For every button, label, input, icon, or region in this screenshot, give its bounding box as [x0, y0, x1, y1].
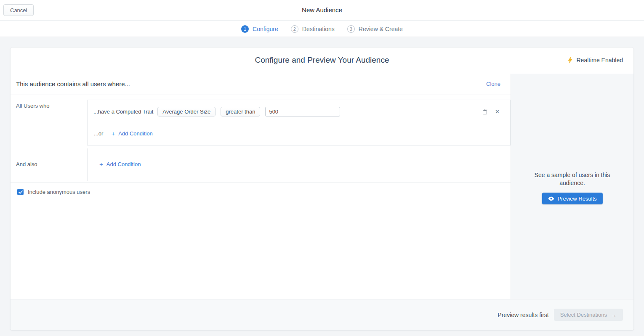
realtime-badge: Realtime Enabled	[567, 48, 623, 73]
step-1-circle: 1	[241, 25, 249, 33]
add-condition-link-secondary[interactable]: + Add Condition	[99, 161, 141, 167]
close-icon[interactable]: ✕	[495, 109, 500, 114]
realtime-label: Realtime Enabled	[576, 57, 623, 63]
include-anonymous-checkbox[interactable]	[17, 189, 24, 195]
where-heading: This audience contains all users where..…	[16, 74, 130, 95]
plus-icon: +	[99, 161, 103, 167]
arrow-right-icon: →	[611, 312, 617, 318]
plus-icon: +	[111, 130, 115, 137]
where-row: This audience contains all users where..…	[11, 74, 511, 95]
copy-icon[interactable]	[483, 109, 488, 114]
card-header: Configure and Preview Your Audience Real…	[11, 48, 633, 73]
select-destinations-button[interactable]: Select Destinations →	[554, 309, 623, 321]
stepper: 1 Configure 2 Destinations 3 Review & Cr…	[0, 21, 644, 37]
add-condition-link[interactable]: + Add Condition	[111, 130, 152, 137]
step-2-label: Destinations	[302, 26, 335, 32]
audience-card: Configure and Preview Your Audience Real…	[10, 47, 634, 331]
step-configure[interactable]: 1 Configure	[241, 25, 278, 33]
card-footer: Preview results first Select Destination…	[11, 299, 633, 330]
checkmark-icon	[19, 190, 23, 194]
preview-panel: See a sample of users in this audience. …	[511, 74, 633, 299]
step-3-label: Review & Create	[359, 26, 403, 32]
condition-group: ...have a Computed Trait Average Order S…	[87, 100, 511, 146]
lightning-icon	[567, 57, 573, 63]
step-2-circle: 2	[291, 25, 298, 33]
card-title: Configure and Preview Your Audience	[11, 48, 633, 73]
page-title: New Audience	[0, 0, 644, 20]
condition-builder: This audience contains all users where..…	[11, 74, 511, 299]
builder-divider	[11, 183, 511, 183]
operator-select-button[interactable]: greater than	[221, 107, 260, 116]
include-anonymous-label: Include anonymous users	[28, 189, 90, 195]
step-review-create[interactable]: 3 Review & Create	[347, 25, 403, 33]
condition-group-secondary: + Add Condition	[87, 148, 511, 181]
new-audience-page: Cancel New Audience 1 Configure 2 Destin…	[0, 0, 644, 336]
step-3-circle: 3	[347, 25, 355, 33]
clone-link[interactable]: Clone	[486, 74, 500, 95]
trait-select-button[interactable]: Average Order Size	[157, 107, 216, 116]
condition-row: ...have a Computed Trait Average Order S…	[93, 107, 340, 116]
include-anonymous-row: Include anonymous users	[17, 189, 90, 195]
step-destinations[interactable]: 2 Destinations	[291, 25, 335, 33]
or-row: ...or + Add Condition	[94, 130, 153, 137]
sample-message: See a sample of users in this audience.	[511, 171, 633, 187]
group-label-and-also: And also	[16, 161, 37, 167]
value-input[interactable]	[265, 107, 340, 116]
cancel-button[interactable]: Cancel	[3, 4, 34, 16]
eye-icon	[548, 196, 554, 201]
condition-actions: ✕	[483, 109, 500, 114]
group-label-all-users: All Users who	[16, 103, 49, 109]
preview-results-button[interactable]: Preview Results	[542, 193, 602, 204]
topbar: Cancel New Audience	[0, 0, 644, 21]
footer-hint: Preview results first	[498, 312, 548, 318]
condition-prefix: ...have a Computed Trait	[93, 108, 153, 115]
or-label: ...or	[94, 130, 103, 137]
step-1-label: Configure	[253, 26, 278, 32]
